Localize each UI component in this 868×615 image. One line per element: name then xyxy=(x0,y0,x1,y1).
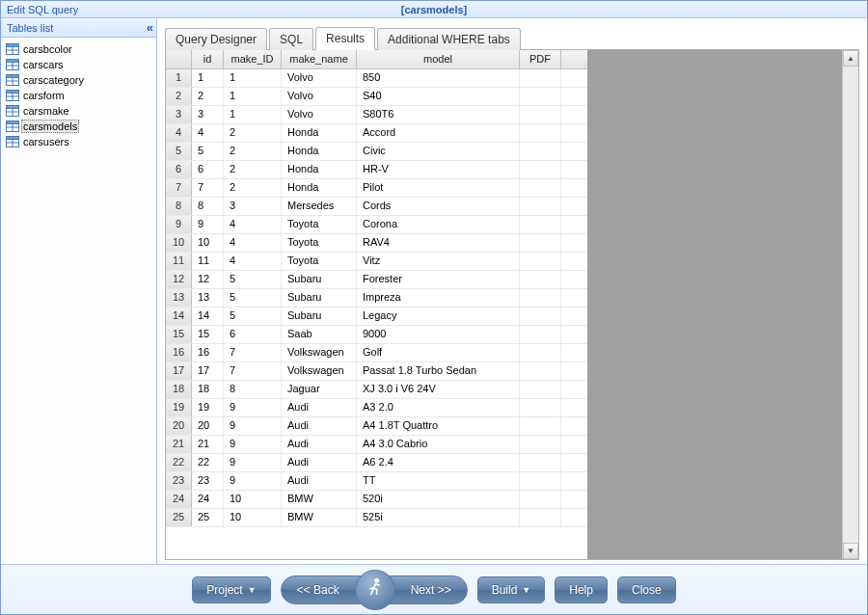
col-header-makename[interactable]: make_name xyxy=(282,50,357,68)
cell-pdf[interactable] xyxy=(520,216,561,233)
cell-pdf[interactable] xyxy=(520,271,561,288)
cell-pdf[interactable] xyxy=(520,381,561,398)
cell-pdf[interactable] xyxy=(520,454,561,471)
cell-makename[interactable]: Saab xyxy=(282,326,357,343)
sidebar-item-carsmake[interactable]: carsmake xyxy=(1,103,156,119)
col-header-id[interactable]: id xyxy=(192,50,224,68)
cell-makename[interactable]: Volkswagen xyxy=(282,344,357,361)
cell-model[interactable]: A4 1.8T Quattro xyxy=(357,417,520,435)
cell-model[interactable]: A3 2.0 xyxy=(357,399,520,416)
cell-makename[interactable]: Audi xyxy=(282,472,357,490)
cell-pdf[interactable] xyxy=(520,179,561,197)
cell-pdf[interactable] xyxy=(520,399,561,416)
cell-id[interactable]: 21 xyxy=(192,436,224,453)
cell-model[interactable]: Civic xyxy=(357,143,520,160)
table-row[interactable]: 14145SubaruLegacy xyxy=(166,308,587,326)
row-number[interactable]: 14 xyxy=(166,308,192,325)
table-row[interactable]: 10104ToyotaRAV4 xyxy=(166,234,587,253)
sidebar-item-carscategory[interactable]: carscategory xyxy=(1,72,156,88)
cell-makename[interactable]: Volvo xyxy=(282,69,357,87)
grid-body[interactable]: 111Volvo850221VolvoS40331VolvoS80T6442Ho… xyxy=(166,69,587,559)
cell-makename[interactable]: BMW xyxy=(282,491,357,508)
cell-id[interactable]: 4 xyxy=(192,124,224,142)
table-row[interactable]: 18188JaguarXJ 3.0 i V6 24V xyxy=(166,381,587,399)
row-number[interactable]: 13 xyxy=(166,289,192,307)
row-number[interactable]: 2 xyxy=(166,88,192,105)
close-button[interactable]: Close xyxy=(617,576,676,603)
cell-id[interactable]: 8 xyxy=(192,198,224,215)
scroll-down-icon[interactable]: ▼ xyxy=(843,543,858,559)
cell-model[interactable]: Vitz xyxy=(357,253,520,270)
cell-id[interactable]: 7 xyxy=(192,179,224,197)
cell-makeid[interactable]: 5 xyxy=(224,271,282,288)
row-number[interactable]: 9 xyxy=(166,216,192,233)
cell-pdf[interactable] xyxy=(520,289,561,307)
cell-makeid[interactable]: 4 xyxy=(224,253,282,270)
cell-makename[interactable]: Subaru xyxy=(282,289,357,307)
cell-makename[interactable]: Subaru xyxy=(282,308,357,325)
cell-makename[interactable]: Volvo xyxy=(282,88,357,105)
cell-id[interactable]: 5 xyxy=(192,143,224,160)
cell-id[interactable]: 15 xyxy=(192,326,224,343)
col-header-makeid[interactable]: make_ID xyxy=(224,50,282,68)
cell-pdf[interactable] xyxy=(520,234,561,252)
cell-model[interactable]: RAV4 xyxy=(357,234,520,252)
scroll-up-icon[interactable]: ▲ xyxy=(843,50,858,67)
row-header-corner[interactable] xyxy=(166,50,192,68)
row-number[interactable]: 4 xyxy=(166,124,192,142)
cell-pdf[interactable] xyxy=(520,417,561,435)
cell-makename[interactable]: Honda xyxy=(282,179,357,197)
cell-model[interactable]: HR-V xyxy=(357,161,520,178)
cell-makename[interactable]: Audi xyxy=(282,399,357,416)
row-number[interactable]: 7 xyxy=(166,179,192,197)
cell-id[interactable]: 1 xyxy=(192,69,224,87)
cell-model[interactable]: Accord xyxy=(357,124,520,142)
cell-makeid[interactable]: 5 xyxy=(224,289,282,307)
cell-pdf[interactable] xyxy=(520,472,561,490)
cell-model[interactable]: S40 xyxy=(357,88,520,105)
collapse-icon[interactable]: « xyxy=(147,20,150,35)
cell-id[interactable]: 24 xyxy=(192,491,224,508)
cell-makeid[interactable]: 6 xyxy=(224,326,282,343)
cell-makeid[interactable]: 7 xyxy=(224,344,282,361)
row-number[interactable]: 15 xyxy=(166,326,192,343)
cell-makename[interactable]: Audi xyxy=(282,417,357,435)
row-number[interactable]: 10 xyxy=(166,234,192,252)
cell-model[interactable]: Pilot xyxy=(357,179,520,197)
cell-id[interactable]: 14 xyxy=(192,308,224,325)
cell-makeid[interactable]: 9 xyxy=(224,417,282,435)
cell-makename[interactable]: BMW xyxy=(282,509,357,526)
cell-id[interactable]: 11 xyxy=(192,253,224,270)
cell-makeid[interactable]: 8 xyxy=(224,381,282,398)
cell-id[interactable]: 3 xyxy=(192,106,224,123)
cell-model[interactable]: Passat 1.8 Turbo Sedan xyxy=(357,362,520,380)
cell-makeid[interactable]: 4 xyxy=(224,216,282,233)
cell-makename[interactable]: Mersedes xyxy=(282,198,357,215)
cell-makeid[interactable]: 1 xyxy=(224,69,282,87)
cell-pdf[interactable] xyxy=(520,509,561,526)
cell-makeid[interactable]: 1 xyxy=(224,106,282,123)
cell-makeid[interactable]: 4 xyxy=(224,234,282,252)
col-header-model[interactable]: model xyxy=(357,50,520,68)
cell-makename[interactable]: Subaru xyxy=(282,271,357,288)
cell-makename[interactable]: Audi xyxy=(282,454,357,471)
cell-model[interactable]: 525i xyxy=(357,509,520,526)
cell-makename[interactable]: Honda xyxy=(282,161,357,178)
row-number[interactable]: 23 xyxy=(166,472,192,490)
cell-makename[interactable]: Toyota xyxy=(282,216,357,233)
cell-makeid[interactable]: 7 xyxy=(224,362,282,380)
cell-model[interactable]: Golf xyxy=(357,344,520,361)
table-row[interactable]: 16167VolkswagenGolf xyxy=(166,344,587,362)
table-row[interactable]: 442HondaAccord xyxy=(166,124,587,143)
cell-id[interactable]: 6 xyxy=(192,161,224,178)
tab-sql[interactable]: SQL xyxy=(269,28,313,50)
cell-makename[interactable]: Volkswagen xyxy=(282,362,357,380)
row-number[interactable]: 21 xyxy=(166,436,192,453)
build-button[interactable]: Build ▼ xyxy=(477,576,546,603)
table-row[interactable]: 331VolvoS80T6 xyxy=(166,106,587,124)
cell-pdf[interactable] xyxy=(520,491,561,508)
table-row[interactable]: 252510BMW525i xyxy=(166,509,587,527)
table-row[interactable]: 12125SubaruForester xyxy=(166,271,587,289)
table-row[interactable]: 23239AudiTT xyxy=(166,472,587,491)
cell-model[interactable]: Legacy xyxy=(357,308,520,325)
